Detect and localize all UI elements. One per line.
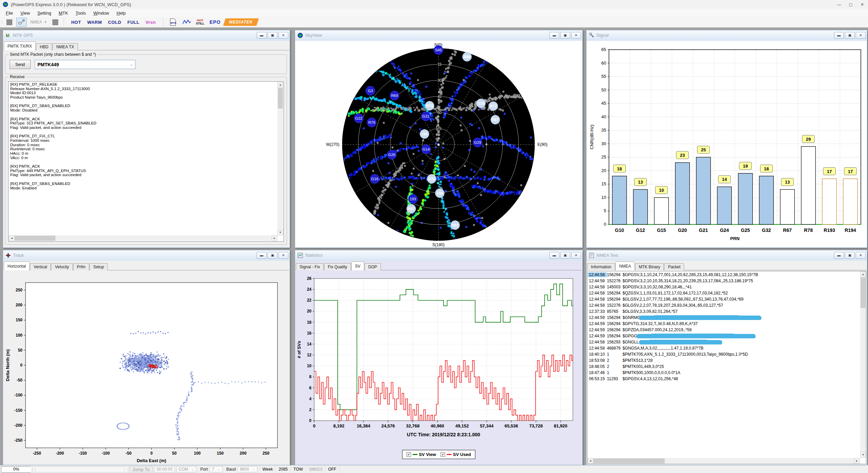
receive-hscrollbar[interactable]: ◄ ►: [9, 235, 277, 241]
sv-view-checkbox[interactable]: ✓: [406, 452, 411, 457]
baud-select[interactable]: 9600 ⌄: [238, 466, 257, 472]
statistics-tab-sv[interactable]: SV: [351, 261, 364, 270]
menu-view[interactable]: View: [17, 9, 34, 17]
nmea-row[interactable]: 12:44:59156294$GNRMC: [588, 315, 859, 321]
stop-button[interactable]: [5, 18, 14, 27]
menu-help[interactable]: Help: [113, 9, 129, 17]
hot-restart-button[interactable]: HOT: [68, 18, 84, 27]
nmea-tab-mtk-binary[interactable]: MTK Binary: [635, 263, 664, 270]
scroll-right-icon[interactable]: ►: [272, 235, 277, 241]
nmea-row[interactable]: 18:53:082$PMTK513,1*28: [588, 357, 859, 364]
scroll-down-icon[interactable]: ▼: [860, 452, 866, 458]
jump-time-field[interactable]: 00:00:00: [154, 466, 175, 472]
track-maximize-button[interactable]: ▣: [268, 252, 277, 259]
mtk-gps-close-button[interactable]: ✕: [278, 32, 288, 39]
nmea-row[interactable]: 18:48:052$PMTK001,449,3,0*25: [588, 364, 859, 370]
send-button[interactable]: Send: [10, 60, 31, 69]
statistics-tab-signal-fix[interactable]: Signal - Fix: [296, 263, 324, 270]
menu-file[interactable]: File: [2, 9, 17, 17]
track-tab-velocity[interactable]: Velocity: [51, 263, 73, 270]
connect-button[interactable]: [16, 18, 27, 27]
menu-mtk[interactable]: MTK: [55, 9, 71, 17]
skyview-maximize-button[interactable]: ▣: [560, 32, 570, 39]
color-swatch-button[interactable]: [51, 18, 60, 27]
app-close-button[interactable]: ✕: [856, 0, 868, 9]
nmea-tab-packet[interactable]: Packet: [664, 263, 684, 270]
scroll-up-icon[interactable]: ▲: [860, 271, 866, 277]
signal-titlebar[interactable]: Signal ▬▣✕: [586, 30, 867, 40]
statistics-minimize-button[interactable]: ▬: [549, 252, 559, 259]
signal-maximize-button[interactable]: ▣: [845, 32, 855, 39]
nmea-row[interactable]: 12:37:3385765$GLGSV,3,3,09,82,01,264,*57: [588, 308, 859, 315]
nmea-vscrollbar[interactable]: ▲ ▼: [860, 271, 866, 458]
track-tab-horizontal[interactable]: Horizontal: [4, 261, 30, 270]
scroll-left-icon[interactable]: ◄: [9, 235, 15, 241]
nmea-titlebar[interactable]: NMEA Text ▬▣✕: [586, 250, 867, 260]
skyview-minimize-button[interactable]: ▬: [549, 32, 559, 39]
nmea-row[interactable]: 12:44:58156294$QZGSV,1,1,03,01,81,172,17…: [588, 290, 859, 296]
warm-restart-button[interactable]: WARM: [84, 18, 105, 27]
mtk-tab-pmtk-tx-rx[interactable]: PMTK TX/RX: [4, 41, 36, 50]
nmea-sentence-list[interactable]: 12:44:58156294$GPGSV,3,1,10,24,77,001,14…: [587, 271, 866, 464]
hot-still-button[interactable]: HOT STILL: [195, 18, 206, 27]
mtk-gps-maximize-button[interactable]: ▣: [268, 32, 277, 39]
nmea-minimize-button[interactable]: ▬: [834, 252, 844, 259]
nmea-row[interactable]: 12:44:58145003$GPGSV,3,3,10,32,08,290,18…: [588, 284, 859, 290]
port-select[interactable]: 7 ⌄: [209, 466, 222, 472]
nmea-tab-information[interactable]: Information: [587, 263, 615, 270]
receive-vscrollbar[interactable]: ▲ ▼: [277, 82, 283, 235]
skyview-titlebar[interactable]: SkyView ▬▣✕: [295, 30, 582, 40]
mtk-gps-titlebar[interactable]: Mᵏ MTK GPS ▬▣✕: [3, 30, 290, 40]
signal-close-button[interactable]: ✕: [856, 32, 866, 39]
nmea-row[interactable]: 12:44:58156294$GPGSV,3,1,10,24,77,001,14…: [588, 272, 859, 278]
mtk-tab-nmea-tx[interactable]: NMEA TX: [52, 43, 78, 50]
slider-left-icon[interactable]: ‹: [33, 467, 37, 471]
track-close-button[interactable]: ✕: [278, 252, 288, 259]
nmea-row[interactable]: 12:44:59156294$GPGG: [588, 333, 859, 339]
track-titlebar[interactable]: Track ▬▣✕: [3, 250, 290, 260]
nmea-tab-nmea[interactable]: NMEA: [615, 261, 635, 270]
scroll-left-icon[interactable]: ◄: [588, 458, 593, 464]
statistics-titlebar[interactable]: Statistics ▬▣✕: [295, 250, 582, 260]
pmtk-button[interactable]: MTK: [167, 18, 178, 27]
slider-right-icon[interactable]: ›: [122, 467, 127, 471]
skyview-close-button[interactable]: ✕: [571, 32, 581, 39]
epo-button[interactable]: EPO: [208, 18, 222, 27]
statistics-tab-fix-quality[interactable]: Fix Quality: [324, 263, 351, 270]
nmea-row[interactable]: 12:44:58156294$GLGSV,2,1,07,77,72,196,,6…: [588, 296, 859, 302]
jump-to-button[interactable]: Jump To: [129, 466, 153, 472]
scroll-up-icon[interactable]: ▲: [277, 82, 283, 88]
nmea-row[interactable]: 12:44:58156293$GNGLL: [588, 339, 859, 345]
statistics-maximize-button[interactable]: ▣: [560, 252, 570, 259]
nmea-row[interactable]: 12:44:58468879$GNGSA,M,A,3,02,,,,,,,,,,,…: [588, 345, 859, 351]
mtk-tab-hbd[interactable]: HBD: [36, 43, 52, 50]
mtk-gps-minimize-button[interactable]: ▬: [257, 32, 267, 39]
protocol-select[interactable]: NMEA ▼: [29, 20, 49, 24]
nmea-hscrollbar[interactable]: ◄ ►: [588, 458, 860, 464]
vscroll-thumb[interactable]: [278, 88, 283, 108]
hscroll-thumb[interactable]: [593, 458, 665, 463]
nmea-row[interactable]: 18:47:461$PMTK500,1000,0,0,0.0,0.0*1A: [588, 370, 859, 376]
vscroll-thumb[interactable]: [861, 277, 866, 308]
cold-restart-button[interactable]: COLD: [105, 18, 124, 27]
waveform-button[interactable]: [181, 18, 192, 27]
hscroll-thumb[interactable]: [15, 236, 55, 241]
nmea-row[interactable]: 12:44:59156294$GPVTG,314.32,T,,M,0.48,N,…: [588, 321, 859, 327]
nmea-row[interactable]: 06:53:1511293$GPGSV,4,4,13,12,01,256,*48: [588, 376, 859, 382]
track-tab-prfm[interactable]: Prfm: [73, 263, 89, 270]
nmea-row[interactable]: 12:44:59156294$GPZDA,034457.000,24,12,20…: [588, 327, 859, 333]
scroll-right-icon[interactable]: ►: [854, 458, 860, 464]
app-minimize-button[interactable]: —: [833, 0, 845, 9]
statistics-close-button[interactable]: ✕: [571, 252, 581, 259]
com-select[interactable]: COM ⌄: [176, 466, 197, 472]
signal-minimize-button[interactable]: ▬: [834, 32, 844, 39]
sv-used-checkbox[interactable]: ✓: [441, 452, 445, 457]
scroll-down-icon[interactable]: ▼: [277, 230, 283, 235]
track-minimize-button[interactable]: ▬: [257, 252, 267, 259]
menu-tools[interactable]: Tools: [72, 9, 90, 17]
menu-window[interactable]: Window: [90, 9, 113, 17]
receive-textarea[interactable]: [RX] PMTK_DT_RELEASERelease Number:AXN_5…: [8, 81, 284, 242]
app-maximize-button[interactable]: ▢: [845, 0, 856, 9]
menu-setting[interactable]: Setting: [34, 9, 55, 17]
vrsn-restart-button[interactable]: Vrsn: [142, 18, 159, 27]
